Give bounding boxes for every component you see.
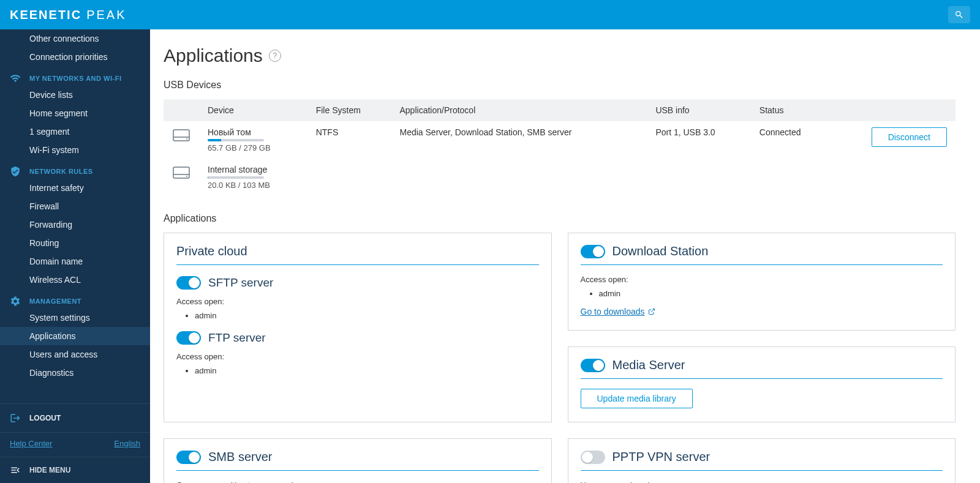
sidebar-item-home-segment[interactable]: Home segment [0,104,150,122]
drive-name: Internal storage [208,165,299,174]
page-title: Applications ? [164,45,956,66]
drive-size: 20.0 KB / 103 MB [208,181,299,190]
sidebar-item-diagnostics[interactable]: Diagnostics [0,364,150,382]
external-link-icon [648,308,655,315]
card-title: SMB server [208,450,272,464]
ftp-user: admin [195,366,539,375]
sidebar-item-routing[interactable]: Routing [0,234,150,252]
ftp-toggle[interactable] [176,331,201,345]
sidebar-item-device-lists[interactable]: Device lists [0,86,150,104]
usb-devices-heading: USB Devices [164,80,956,91]
help-center-link[interactable]: Help Center [10,439,52,448]
main-content: Applications ? USB Devices Device File S… [150,29,980,483]
search-button[interactable] [948,6,970,23]
sidebar-item-applications[interactable]: Applications [0,327,150,345]
smb-toggle[interactable] [176,451,201,464]
table-row[interactable]: Internal storage 20.0 KB / 103 MB [164,159,956,196]
card-smb: SMB server Open access without a passwor… [164,438,552,483]
sidebar-item-internet-safety[interactable]: Internet safety [0,179,150,197]
card-title: PPTP VPN server [612,450,710,464]
card-title: Private cloud [176,244,247,258]
logo: KEENETIC PEAK [10,8,126,22]
cell-fs: NTFS [307,121,391,159]
pptp-toggle[interactable] [581,451,605,464]
sidebar-item-connection-priorities[interactable]: Connection priorities [0,48,150,66]
svg-point-1 [186,138,187,140]
language-link[interactable]: English [114,439,140,448]
sftp-access-label: Access open: [176,297,539,306]
col-device: Device [199,99,307,121]
sidebar-item-wifi-system[interactable]: Wi-Fi system [0,141,150,159]
logout-button[interactable]: LOGOUT [0,404,150,432]
card-title: Download Station [612,244,709,258]
table-row[interactable]: Новый том 65.7 GB / 279 GB NTFS Media Se… [164,121,956,159]
sidebar-item-wireless-acl[interactable]: Wireless ACL [0,271,150,289]
search-icon [954,10,964,20]
disconnect-button[interactable]: Disconnect [872,127,947,147]
col-fs: File System [307,99,391,121]
sidebar-header-management: MANAGEMENT [0,289,150,309]
svg-point-3 [186,176,187,177]
drive-usage-bar [208,139,264,141]
sftp-label: SFTP server [208,276,273,290]
card-media-server: Media Server Update media library [568,346,956,422]
drive-usage-bar [208,176,264,179]
shield-icon [10,166,21,177]
hide-menu-icon [10,465,21,476]
media-server-toggle[interactable] [581,359,605,372]
brand-model: PEAK [86,8,126,22]
download-station-toggle[interactable] [581,245,605,258]
sidebar-item-1-segment[interactable]: 1 segment [0,122,150,141]
ds-access-label: Access open: [581,275,943,284]
sidebar-item-forwarding[interactable]: Forwarding [0,215,150,234]
go-to-downloads-link[interactable]: Go to downloads [581,307,655,316]
card-download-station: Download Station Access open: admin Go t… [568,233,956,331]
pptp-note: User access closed [581,481,943,483]
sidebar-item-users-access[interactable]: Users and access [0,345,150,364]
cell-app: Media Server, Download Station, SMB serv… [391,121,647,159]
col-app: Application/Protocol [391,99,647,121]
brand-name: KEENETIC [10,8,81,22]
sftp-toggle[interactable] [176,276,201,290]
drive-size: 65.7 GB / 279 GB [208,143,299,152]
sidebar: Other connections Connection priorities … [0,29,150,483]
applications-heading: Applications [164,213,956,224]
smb-note: Open access without a password [176,481,539,483]
wifi-icon [10,73,21,84]
col-status: Status [751,99,830,121]
sidebar-header-networks: MY NETWORKS AND WI-FI [0,66,150,86]
sidebar-item-system-settings[interactable]: System settings [0,309,150,327]
cell-usb-info: Port 1, USB 3.0 [647,121,750,159]
drive-icon [172,129,190,142]
sidebar-item-firewall[interactable]: Firewall [0,197,150,215]
usb-devices-table: Device File System Application/Protocol … [164,99,956,196]
card-pptp: PPTP VPN server User access closed [568,438,956,483]
hide-menu-button[interactable]: HIDE MENU [0,457,150,483]
help-icon[interactable]: ? [269,50,281,62]
update-media-library-button[interactable]: Update media library [581,389,693,408]
logout-icon [10,413,21,424]
ftp-access-label: Access open: [176,352,539,361]
col-usb-info: USB info [647,99,750,121]
gear-icon [10,296,21,307]
drive-name: Новый том [208,127,299,137]
top-header: KEENETIC PEAK [0,0,980,29]
card-title: Media Server [612,358,685,372]
cell-status: Connected [751,121,830,159]
sftp-user: admin [195,311,539,320]
drive-icon [172,166,190,179]
ftp-label: FTP server [208,331,266,345]
sidebar-item-other-connections[interactable]: Other connections [0,29,150,48]
sidebar-item-domain-name[interactable]: Domain name [0,252,150,271]
sidebar-header-rules: NETWORK RULES [0,159,150,179]
ds-user: admin [599,289,943,298]
card-private-cloud: Private cloud SFTP server Access open: a… [164,233,552,422]
